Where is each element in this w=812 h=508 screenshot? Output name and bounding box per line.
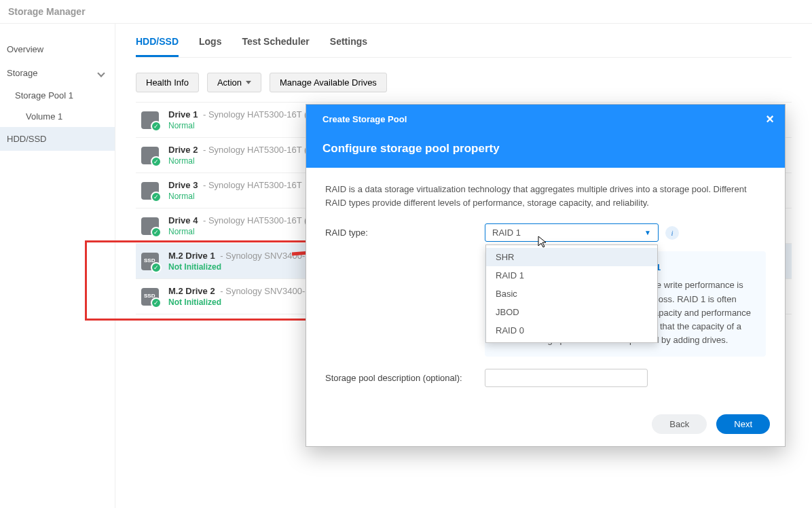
window-title: Storage Manager: [0, 0, 812, 24]
next-button[interactable]: Next: [716, 414, 770, 434]
drive-status: Normal: [168, 227, 307, 236]
raid-type-select[interactable]: RAID 1 ▼ SHRRAID 1BasicJBODRAID 0: [485, 223, 659, 242]
drive-name: Drive 4: [168, 215, 198, 225]
drive-model: - Synology HAT5300-16T (: [200, 215, 307, 225]
pool-description-input[interactable]: [485, 369, 648, 387]
chevron-down-icon: [97, 69, 105, 77]
drive-model: - Synology HAT5300-16T: [200, 180, 301, 190]
tab-test-scheduler[interactable]: Test Scheduler: [242, 36, 309, 57]
drive-model: - Synology SNV3400-: [218, 286, 306, 296]
drive-name: Drive 1: [168, 109, 198, 120]
tab-hdd-ssd[interactable]: HDD/SSD: [136, 36, 179, 57]
drive-name: Drive 2: [168, 145, 198, 155]
raid-option[interactable]: Basic: [486, 285, 657, 303]
tab-settings[interactable]: Settings: [330, 36, 367, 57]
close-icon[interactable]: ×: [766, 111, 774, 127]
hdd-icon: [141, 182, 159, 200]
raid-option[interactable]: SHR: [486, 248, 657, 266]
manage-drives-button[interactable]: Manage Available Drives: [270, 73, 387, 92]
drive-status: Normal: [168, 192, 302, 201]
raid-option[interactable]: JBOD: [486, 303, 657, 321]
toolbar: Health Info Action Manage Available Driv…: [136, 73, 792, 92]
caret-down-icon: [246, 81, 251, 84]
drive-status: Not Initialized: [168, 297, 305, 307]
tab-bar: HDD/SSD Logs Test Scheduler Settings: [136, 24, 792, 58]
sidebar: Overview Storage Storage Pool 1 Volume 1…: [0, 24, 115, 508]
tab-logs[interactable]: Logs: [199, 36, 221, 57]
sidebar-item-storage-pool-1[interactable]: Storage Pool 1: [0, 85, 115, 106]
drive-name: M.2 Drive 1: [168, 251, 215, 261]
pool-description-label: Storage pool description (optional):: [325, 373, 485, 383]
drive-model: - Synology SNV3400-: [218, 251, 306, 261]
raid-type-label: RAID type:: [325, 228, 485, 238]
chevron-down-icon: ▼: [644, 229, 651, 236]
raid-type-dropdown: SHRRAID 1BasicJBODRAID 0: [485, 244, 658, 343]
dialog-header: Create Storage Pool × Configure storage …: [306, 105, 785, 168]
sidebar-item-overview[interactable]: Overview: [0, 37, 115, 61]
sidebar-item-hdd-ssd[interactable]: HDD/SSD: [0, 127, 115, 151]
dialog-subtitle: Configure storage pool property: [322, 142, 774, 156]
info-icon[interactable]: i: [665, 226, 679, 240]
action-button[interactable]: Action: [207, 73, 261, 92]
drive-name: M.2 Drive 2: [168, 286, 215, 296]
drive-status: Not Initialized: [168, 262, 305, 272]
action-button-label: Action: [217, 77, 242, 88]
ssd-icon: [141, 288, 159, 306]
create-storage-pool-dialog: Create Storage Pool × Configure storage …: [306, 104, 786, 447]
raid-type-value: RAID 1: [492, 228, 521, 238]
dialog-title: Create Storage Pool: [322, 114, 407, 124]
raid-option[interactable]: RAID 1: [486, 266, 657, 285]
raid-option[interactable]: RAID 0: [486, 321, 657, 340]
drive-name: Drive 3: [168, 180, 198, 190]
hdd-icon: [141, 217, 159, 235]
hdd-icon: [141, 147, 159, 164]
dialog-description: RAID is a data storage virtualization te…: [325, 183, 766, 210]
sidebar-item-label: Storage: [7, 68, 38, 78]
back-button[interactable]: Back: [652, 414, 707, 434]
health-info-button[interactable]: Health Info: [136, 73, 199, 92]
sidebar-item-storage[interactable]: Storage: [0, 61, 115, 85]
sidebar-item-volume-1[interactable]: Volume 1: [0, 106, 115, 127]
ssd-icon: [141, 253, 159, 270]
hdd-icon: [141, 111, 159, 129]
